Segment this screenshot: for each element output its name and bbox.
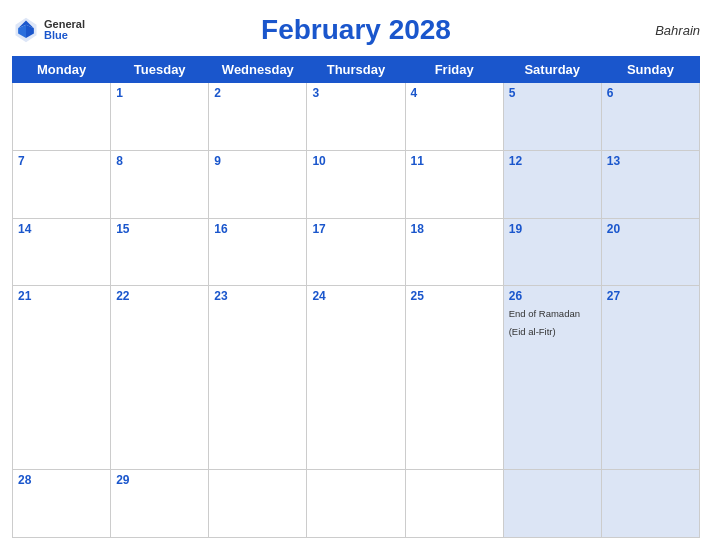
calendar-day-cell xyxy=(307,470,405,538)
day-number: 20 xyxy=(607,222,694,236)
calendar-day-cell: 26End of Ramadan (Eid al-Fitr) xyxy=(503,286,601,470)
day-number: 8 xyxy=(116,154,203,168)
logo-text: General Blue xyxy=(44,19,85,41)
day-number: 21 xyxy=(18,289,105,303)
day-number: 16 xyxy=(214,222,301,236)
calendar-table: Monday Tuesday Wednesday Thursday Friday… xyxy=(12,56,700,538)
logo: General Blue xyxy=(12,16,85,44)
calendar-title: February 2028 xyxy=(261,14,451,46)
country-label: Bahrain xyxy=(655,23,700,38)
calendar-day-cell: 17 xyxy=(307,218,405,286)
day-number: 22 xyxy=(116,289,203,303)
header-friday: Friday xyxy=(405,57,503,83)
day-number: 25 xyxy=(411,289,498,303)
calendar-day-cell: 28 xyxy=(13,470,111,538)
day-number: 6 xyxy=(607,86,694,100)
day-number: 26 xyxy=(509,289,596,303)
calendar-week-row: 212223242526End of Ramadan (Eid al-Fitr)… xyxy=(13,286,700,470)
calendar-day-cell: 7 xyxy=(13,150,111,218)
day-number: 23 xyxy=(214,289,301,303)
calendar-day-cell: 4 xyxy=(405,83,503,151)
weekday-header-row: Monday Tuesday Wednesday Thursday Friday… xyxy=(13,57,700,83)
day-number: 14 xyxy=(18,222,105,236)
calendar-day-cell: 14 xyxy=(13,218,111,286)
day-number: 17 xyxy=(312,222,399,236)
calendar-day-cell: 10 xyxy=(307,150,405,218)
calendar-day-cell: 6 xyxy=(601,83,699,151)
logo-blue: Blue xyxy=(44,30,85,41)
calendar-day-cell: 22 xyxy=(111,286,209,470)
day-number: 10 xyxy=(312,154,399,168)
header-saturday: Saturday xyxy=(503,57,601,83)
calendar-day-cell: 12 xyxy=(503,150,601,218)
day-number: 15 xyxy=(116,222,203,236)
calendar-week-row: 2829 xyxy=(13,470,700,538)
calendar-day-cell: 24 xyxy=(307,286,405,470)
calendar-day-cell: 23 xyxy=(209,286,307,470)
calendar-day-cell: 11 xyxy=(405,150,503,218)
calendar-day-cell xyxy=(13,83,111,151)
calendar-day-cell: 25 xyxy=(405,286,503,470)
day-number: 29 xyxy=(116,473,203,487)
day-number: 9 xyxy=(214,154,301,168)
calendar-day-cell: 15 xyxy=(111,218,209,286)
header-wednesday: Wednesday xyxy=(209,57,307,83)
calendar-week-row: 14151617181920 xyxy=(13,218,700,286)
day-number: 1 xyxy=(116,86,203,100)
calendar-day-cell xyxy=(209,470,307,538)
day-number: 13 xyxy=(607,154,694,168)
day-number: 4 xyxy=(411,86,498,100)
calendar-day-cell: 21 xyxy=(13,286,111,470)
calendar-day-cell: 5 xyxy=(503,83,601,151)
calendar-day-cell: 16 xyxy=(209,218,307,286)
calendar-day-cell: 19 xyxy=(503,218,601,286)
day-number: 28 xyxy=(18,473,105,487)
day-number: 27 xyxy=(607,289,694,303)
day-number: 5 xyxy=(509,86,596,100)
day-number: 18 xyxy=(411,222,498,236)
header-sunday: Sunday xyxy=(601,57,699,83)
calendar-day-cell: 8 xyxy=(111,150,209,218)
day-number: 3 xyxy=(312,86,399,100)
day-number: 12 xyxy=(509,154,596,168)
day-number: 19 xyxy=(509,222,596,236)
calendar-day-cell: 18 xyxy=(405,218,503,286)
calendar-day-cell: 13 xyxy=(601,150,699,218)
day-number: 11 xyxy=(411,154,498,168)
calendar-header: General Blue February 2028 Bahrain xyxy=(12,10,700,50)
header-monday: Monday xyxy=(13,57,111,83)
calendar-day-cell: 27 xyxy=(601,286,699,470)
day-event: End of Ramadan (Eid al-Fitr) xyxy=(509,308,580,337)
calendar-day-cell xyxy=(503,470,601,538)
calendar-day-cell xyxy=(601,470,699,538)
day-number: 7 xyxy=(18,154,105,168)
calendar-week-row: 78910111213 xyxy=(13,150,700,218)
calendar-day-cell: 9 xyxy=(209,150,307,218)
header-thursday: Thursday xyxy=(307,57,405,83)
calendar-container: General Blue February 2028 Bahrain Monda… xyxy=(0,0,712,550)
day-number: 24 xyxy=(312,289,399,303)
calendar-day-cell: 2 xyxy=(209,83,307,151)
header-tuesday: Tuesday xyxy=(111,57,209,83)
calendar-day-cell: 20 xyxy=(601,218,699,286)
logo-icon xyxy=(12,16,40,44)
calendar-day-cell: 29 xyxy=(111,470,209,538)
calendar-day-cell: 1 xyxy=(111,83,209,151)
calendar-day-cell: 3 xyxy=(307,83,405,151)
day-number: 2 xyxy=(214,86,301,100)
calendar-day-cell xyxy=(405,470,503,538)
calendar-week-row: 123456 xyxy=(13,83,700,151)
